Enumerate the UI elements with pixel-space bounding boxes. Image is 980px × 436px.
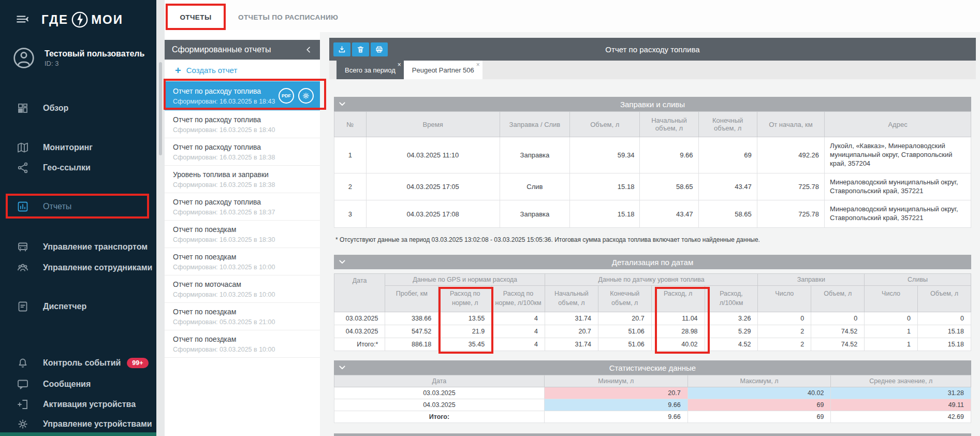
section-stats-header[interactable]: Статистические данные bbox=[334, 360, 971, 375]
panel-scrollbar[interactable] bbox=[156, 0, 165, 436]
report-list-item[interactable]: Отчет по поездкам Сформирован: 16.03.202… bbox=[165, 221, 320, 248]
sidebar-item-monitoring[interactable]: Мониторинг bbox=[0, 138, 156, 157]
table-row: 1 04.03.2025 11:10 Заправка 59.34 9.66 6… bbox=[334, 137, 971, 173]
table-row: 2 04.03.2025 17:05 Слив 15.18 58.65 43.4… bbox=[334, 173, 971, 200]
panel-scrollbar-thumb[interactable] bbox=[159, 62, 162, 155]
table-row: 3 04.03.2025 17:08 Заправка 15.18 43.47 … bbox=[334, 200, 971, 228]
tab-reports[interactable]: ОТЧЕТЫ bbox=[167, 4, 225, 30]
logo-text-left: ГДЕ bbox=[41, 12, 68, 27]
user-id: ID: 3 bbox=[45, 60, 144, 67]
details-table-wrapper: Дата Данные по GPS и нормам расхода Данн… bbox=[329, 273, 976, 351]
tab-whole-period[interactable]: Всего за период × bbox=[337, 61, 404, 79]
report-list-item[interactable]: Отчет по расходу топлива Сформирован: 16… bbox=[165, 138, 320, 166]
report-list-item[interactable]: Отчет по поездкам Сформирован: 03.03.202… bbox=[165, 330, 320, 358]
gear-icon bbox=[17, 418, 29, 430]
chevron-left-icon[interactable] bbox=[304, 46, 313, 54]
device-activation-icon bbox=[17, 398, 29, 411]
table-row: 04.03.2025 9.66 69 49.11 bbox=[334, 399, 971, 411]
sidebar-item-devices[interactable]: Управление устройствами bbox=[0, 414, 156, 434]
panel-title: Сформированные отчеты bbox=[172, 45, 271, 54]
sidebar-item-transport[interactable]: Управление транспортом bbox=[0, 237, 156, 257]
grid-icon bbox=[17, 102, 29, 114]
close-icon[interactable]: × bbox=[398, 62, 401, 68]
chevron-down-icon[interactable] bbox=[338, 100, 346, 108]
events-count-badge: 99+ bbox=[127, 358, 148, 368]
report-settings-button[interactable] bbox=[298, 88, 314, 104]
stats-header-row: Дата Минимум, л Максимум, л Среднее знач… bbox=[334, 375, 971, 387]
report-list-item[interactable]: Отчет по моточасам Сформирован: 10.03.20… bbox=[165, 275, 320, 303]
table-row-total: Итого: 9.66 69 42.69 bbox=[334, 411, 971, 423]
chat-icon bbox=[17, 378, 29, 390]
report-list-item[interactable]: Уровень топлива и заправки Сформирован: … bbox=[165, 166, 320, 193]
app-logo: ГДЕ МОИ bbox=[41, 9, 123, 30]
sidebar-item-geolinks[interactable]: Гео-ссылки bbox=[0, 158, 156, 178]
sidebar-item-activation[interactable]: Активация устройства bbox=[0, 395, 156, 414]
panel-header: Сформированные отчеты bbox=[165, 40, 320, 60]
stats-table: Дата Минимум, л Максимум, л Среднее знач… bbox=[334, 375, 971, 423]
employees-icon bbox=[17, 261, 29, 274]
report-tabs: Всего за период × Peugeot Partner 506 × bbox=[329, 61, 976, 79]
sidebar-item-events[interactable]: Контроль событий 99+ bbox=[0, 353, 156, 373]
report-list-item[interactable]: Отчет по расходу топлива Сформирован: 16… bbox=[165, 193, 320, 221]
details-table: Дата Данные по GPS и нормам расхода Данн… bbox=[334, 273, 971, 351]
logo-text-right: МОИ bbox=[91, 12, 123, 27]
table-row: 03.03.2025 20.7 40.02 31.28 bbox=[334, 387, 971, 399]
section-quality-header[interactable]: Качество показаний датчика топлива LAB bbox=[334, 433, 971, 436]
compass-logo-icon bbox=[69, 9, 90, 30]
generated-reports-panel: Сформированные отчеты + Создать отчет От… bbox=[165, 30, 320, 436]
sidebar-item-employees[interactable]: Управление сотрудниками bbox=[0, 258, 156, 278]
bell-icon bbox=[17, 357, 29, 369]
section-refuels-header[interactable]: Заправки и сливы bbox=[334, 97, 971, 111]
sidebar-item-messages[interactable]: Сообщения bbox=[0, 374, 156, 394]
chevron-down-icon[interactable] bbox=[338, 258, 346, 266]
details-group-header-row: Дата Данные по GPS и нормам расхода Данн… bbox=[334, 274, 971, 286]
report-main-area: Отчет по расходу топлива Всего за период… bbox=[329, 0, 976, 436]
vehicle-icon bbox=[17, 241, 29, 253]
details-subheader-row: Пробег, км Расход по норме, л Расход по … bbox=[334, 286, 971, 312]
map-icon bbox=[17, 141, 29, 154]
plus-icon: + bbox=[175, 65, 181, 76]
top-tabs: ОТЧЕТЫ ОТЧЕТЫ ПО РАСПИСАНИЮ bbox=[167, 4, 352, 30]
user-name: Тестовый пользователь bbox=[45, 49, 144, 60]
report-list-item[interactable]: Отчет по поездкам Сформирован: 05.03.202… bbox=[165, 303, 320, 330]
pdf-button[interactable]: PDF bbox=[279, 88, 294, 104]
sidebar-item-reports[interactable]: Отчеты bbox=[0, 196, 156, 217]
document-icon bbox=[17, 300, 29, 313]
table-row: 04.03.2025 547.52 21.9 4 20.7 51.06 28.9… bbox=[334, 325, 971, 338]
section-details-header[interactable]: Детализация по датам bbox=[334, 255, 971, 269]
table-row: 03.03.2025 338.66 13.55 4 31.74 20.7 11.… bbox=[334, 312, 971, 325]
chevron-down-icon[interactable] bbox=[338, 364, 346, 372]
refuels-header-row: № Время Заправка / Слив Объем, л Начальн… bbox=[334, 112, 971, 137]
sidebar: ГДЕ МОИ Тестовый пользователь ID: 3 Обзо… bbox=[0, 0, 156, 436]
tab-vehicle[interactable]: Peugeot Partner 506 × bbox=[404, 61, 482, 79]
share-icon bbox=[17, 162, 29, 174]
refuels-table: № Время Заправка / Слив Объем, л Начальн… bbox=[334, 111, 971, 228]
create-report-button[interactable]: + Создать отчет bbox=[165, 60, 320, 81]
sidebar-bottom-strip bbox=[0, 432, 156, 436]
sidebar-item-overview[interactable]: Обзор bbox=[0, 98, 156, 118]
missing-data-note: * Отсутствуют данные за период 03.03.202… bbox=[335, 236, 976, 243]
avatar-icon bbox=[12, 47, 35, 69]
report-toolbar: Отчет по расходу топлива bbox=[329, 38, 976, 61]
report-title: Отчет по расходу топлива bbox=[329, 45, 976, 54]
sidebar-item-dispatcher[interactable]: Диспетчер bbox=[0, 297, 156, 316]
report-list-item-selected[interactable]: Отчет по расходу топлива Сформирован: 16… bbox=[165, 81, 320, 111]
user-block[interactable]: Тестовый пользователь ID: 3 bbox=[12, 47, 144, 69]
report-list-item[interactable]: Отчет по расходу топлива Сформирован: 16… bbox=[165, 111, 320, 138]
table-row-total: Итого:* 886.18 35.45 4 31.74 51.06 40.02… bbox=[334, 338, 971, 351]
close-icon[interactable]: × bbox=[476, 62, 480, 68]
bar-chart-icon bbox=[17, 200, 29, 213]
report-list-item[interactable]: Отчет по поездкам Сформирован: 10.03.202… bbox=[165, 248, 320, 275]
sidebar-collapse-icon[interactable] bbox=[16, 12, 29, 26]
